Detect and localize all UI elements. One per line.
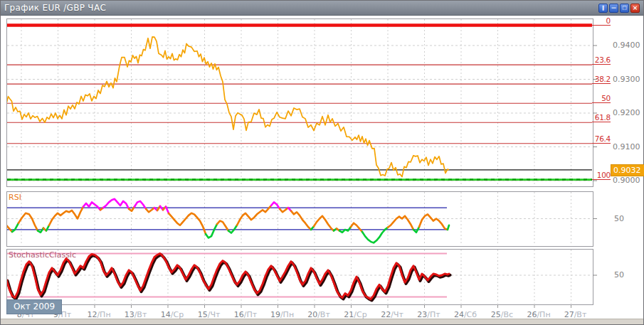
current-price-tag: 0.9032 — [611, 164, 644, 176]
fib-level-label: 100 — [592, 171, 611, 180]
chart-canvas[interactable] — [1, 16, 644, 325]
maximize-icon[interactable]: □ — [620, 4, 629, 13]
window-bottom-edge — [1, 319, 643, 324]
chart-content: RSI StochasticClassic 023.638.25061.876.… — [1, 16, 643, 324]
price-axis-label: 0.9300 — [613, 75, 640, 84]
fib-level-label: 61.8 — [592, 113, 611, 122]
chart-window: График EUR /GBP ЧАС ‖ — □ × RSI Stochast… — [0, 0, 644, 325]
fib-level-label: 50 — [592, 94, 611, 103]
minimize-icon[interactable]: — — [609, 4, 618, 13]
rsi-indicator-label: RSI — [9, 193, 21, 202]
price-axis-label: 0.9400 — [613, 41, 640, 50]
fib-level-label: 23.6 — [592, 55, 611, 65]
fib-level-label: 0 — [592, 16, 611, 26]
window-buttons: ‖ — □ × — [598, 4, 640, 13]
price-axis-label: 0.9000 — [613, 176, 640, 185]
window-titlebar[interactable]: График EUR /GBP ЧАС ‖ — □ × — [1, 1, 643, 16]
month-label: Окт 2009 — [6, 299, 62, 314]
fib-level-label: 38.2 — [592, 75, 611, 84]
stochastic-level-label: 50 — [614, 270, 624, 279]
rsi-level-label: 50 — [614, 214, 624, 223]
price-axis-label: 0.9100 — [613, 142, 640, 151]
window-title: График EUR /GBP ЧАС — [4, 3, 106, 13]
stochastic-indicator-label: StochasticClassic — [9, 250, 76, 260]
price-axis-label: 0.9200 — [613, 108, 640, 117]
fib-level-label: 76.4 — [592, 134, 611, 144]
close-icon[interactable]: × — [630, 4, 640, 13]
pin-icon[interactable]: ‖ — [598, 4, 608, 13]
